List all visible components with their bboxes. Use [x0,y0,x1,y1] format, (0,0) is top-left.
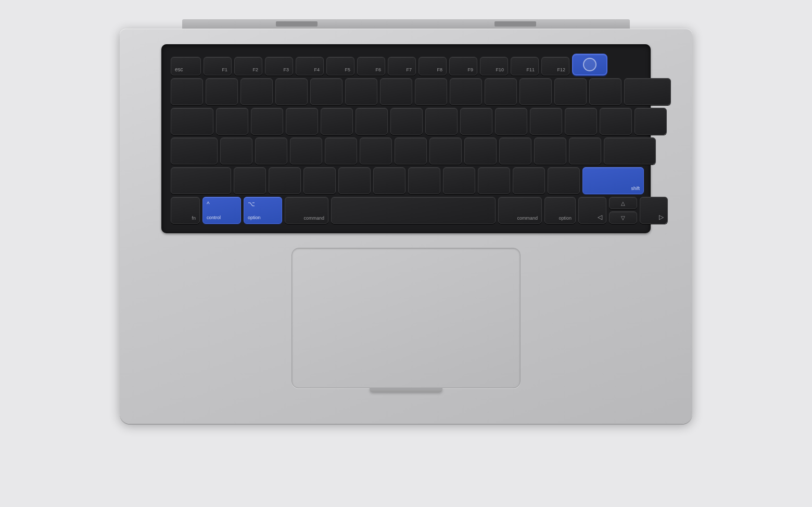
key-tab[interactable] [171,108,213,135]
key-a[interactable] [220,137,252,164]
key-s[interactable] [255,137,287,164]
qwerty-row [171,108,641,135]
key-v[interactable] [338,167,371,194]
key-f4[interactable]: F4 [296,57,324,75]
arrow-down-icon: ▽ [621,215,625,221]
laptop-main-body: esc F1 F2 F3 F4 F5 F6 F7 F8 F9 F10 F11 F… [120,29,692,424]
key-space[interactable] [331,197,496,224]
key-r[interactable] [321,108,353,135]
option-label: option [248,216,261,220]
key-j[interactable] [429,137,462,164]
arrow-up-icon: △ [621,200,625,206]
key-arrow-up[interactable]: △ [609,197,637,209]
key-command-right[interactable]: command [498,197,542,224]
key-minus[interactable] [554,78,587,105]
key-esc[interactable]: esc [171,57,201,75]
key-option[interactable]: ⌥ option [244,197,282,224]
key-z[interactable] [234,167,266,194]
key-5[interactable] [345,78,377,105]
key-2[interactable] [240,78,273,105]
key-n[interactable] [408,167,440,194]
keyboard: esc F1 F2 F3 F4 F5 F6 F7 F8 F9 F10 F11 F… [161,44,651,233]
hinge-notch-left [276,21,318,27]
key-d[interactable] [290,137,322,164]
power-circle-icon [583,58,597,71]
key-8[interactable] [450,78,482,105]
control-symbol-icon: ^ [207,200,210,208]
key-k[interactable] [464,137,497,164]
key-return[interactable] [604,137,656,164]
key-x[interactable] [269,167,301,194]
key-caps[interactable] [171,137,218,164]
key-period[interactable] [513,167,545,194]
shift-label: shift [631,186,640,191]
laptop-body: esc F1 F2 F3 F4 F5 F6 F7 F8 F9 F10 F11 F… [99,19,713,488]
key-w[interactable] [251,108,283,135]
key-f10[interactable]: F10 [480,57,508,75]
key-slash[interactable] [548,167,580,194]
key-f8[interactable]: F8 [418,57,447,75]
key-f11[interactable]: F11 [511,57,539,75]
key-f5[interactable]: F5 [326,57,354,75]
key-f12[interactable]: F12 [541,57,569,75]
arrow-left-icon: ◁ [598,213,602,221]
key-f1[interactable]: F1 [204,57,232,75]
key-f7[interactable]: F7 [388,57,416,75]
fn-key-row: esc F1 F2 F3 F4 F5 F6 F7 F8 F9 F10 F11 F… [171,54,641,75]
key-delete[interactable] [624,78,671,105]
key-arrow-left[interactable]: ◁ [578,197,606,224]
key-9[interactable] [485,78,517,105]
number-key-row [171,78,641,105]
key-q[interactable] [216,108,248,135]
key-lbracket[interactable] [565,108,597,135]
key-arrow-down[interactable]: ▽ [609,211,637,224]
key-rbracket[interactable] [600,108,632,135]
key-y[interactable] [390,108,423,135]
key-option-right[interactable]: option [544,197,576,224]
key-f[interactable] [325,137,357,164]
key-backslash[interactable] [635,108,667,135]
key-f3[interactable]: F3 [265,57,293,75]
arrow-right-icon: ▷ [659,213,664,221]
key-c[interactable] [303,167,336,194]
key-b[interactable] [373,167,405,194]
key-4[interactable] [310,78,342,105]
key-t[interactable] [356,108,388,135]
key-g[interactable] [360,137,392,164]
key-o[interactable] [495,108,527,135]
key-f2[interactable]: F2 [234,57,262,75]
hinge-notch-right [494,21,536,27]
key-p[interactable] [530,108,562,135]
key-1[interactable] [206,78,238,105]
key-m[interactable] [443,167,475,194]
key-command-left[interactable]: command [285,197,328,224]
key-fn[interactable]: fn [171,197,200,224]
key-0[interactable] [519,78,552,105]
key-quote[interactable] [569,137,601,164]
key-l[interactable] [499,137,531,164]
asdf-row [171,137,641,164]
key-f9[interactable]: F9 [449,57,477,75]
key-7[interactable] [415,78,447,105]
key-backtick[interactable] [171,78,203,105]
key-3[interactable] [275,78,308,105]
hinge-bar [182,19,630,29]
key-6[interactable] [380,78,412,105]
key-arrow-right[interactable]: ▷ [640,197,668,224]
option-symbol-icon: ⌥ [248,200,255,208]
key-i[interactable] [460,108,492,135]
zxcv-row: shift [171,167,641,194]
key-right-shift[interactable]: shift [582,167,644,194]
key-power[interactable] [572,54,607,75]
key-left-shift[interactable] [171,167,231,194]
key-equals[interactable] [589,78,621,105]
key-semicolon[interactable] [534,137,566,164]
trackpad[interactable] [291,248,521,388]
key-h[interactable] [395,137,427,164]
control-label: control [207,216,221,220]
key-u[interactable] [425,108,458,135]
key-f6[interactable]: F6 [357,57,385,75]
key-control[interactable]: ^ control [202,197,241,224]
key-comma[interactable] [478,167,510,194]
key-e[interactable] [286,108,318,135]
